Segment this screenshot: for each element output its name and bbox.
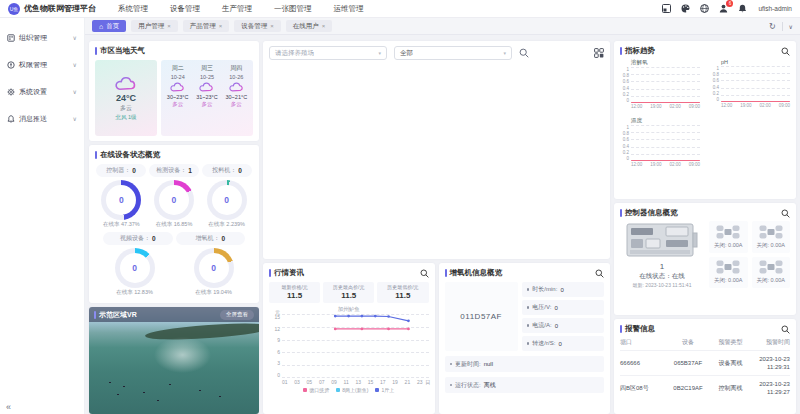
sidebar-collapse-icon[interactable]: « xyxy=(6,402,11,412)
farm-select[interactable]: 请选择养殖场 ▾ xyxy=(269,46,387,60)
top-navbar: U鱼 优鱼物联网管理平台 系统管理 设备管理 生产管理 一张图管理 运维管理 6 xyxy=(0,0,800,18)
tick-label: 0.2 xyxy=(623,92,629,97)
relay-cell[interactable]: 关闭: 0.00A xyxy=(709,221,748,253)
stat-latest-price: 最新价格/元11.5 xyxy=(269,282,320,303)
gridline xyxy=(631,81,700,82)
relay-cell[interactable]: 关闭: 0.00A xyxy=(709,257,748,289)
legend-swatch xyxy=(375,388,379,392)
bell-icon[interactable] xyxy=(737,4,747,14)
legend-item[interactable]: 8两上(新鱼) xyxy=(336,387,368,393)
mini-chart-ph: pH 10.80.60.40.20 xyxy=(710,59,790,109)
tick-label: 0 xyxy=(626,156,629,161)
search-icon[interactable] xyxy=(781,47,790,56)
gear-icon xyxy=(7,88,15,96)
language-globe-icon[interactable] xyxy=(699,4,709,14)
tick-label: 0.4 xyxy=(623,144,629,149)
message-user-icon[interactable]: 6 xyxy=(718,4,728,14)
sidebar-item-label: 消息推送 xyxy=(19,114,69,124)
menu-item-device[interactable]: 设备管理 xyxy=(170,4,200,14)
tab-home[interactable]: ⌂ 首页 xyxy=(92,20,126,32)
counter-controller: 控制器：0 xyxy=(96,164,146,177)
y-ticks: 10.80.60.40.20 xyxy=(710,66,721,102)
donut-detector: 0 在线率 16.85% xyxy=(148,180,200,228)
cell-type: 设备离线 xyxy=(712,359,749,368)
close-icon[interactable]: × xyxy=(167,23,171,29)
sidebar-item-settings[interactable]: 系统设置 ∨ xyxy=(0,78,84,105)
cell-device: 065B37AF xyxy=(664,360,712,366)
chevron-down-icon: ∨ xyxy=(73,88,77,95)
relay-cell[interactable]: 关闭: 0.00A xyxy=(752,221,791,253)
tick-label: 13 xyxy=(355,379,361,385)
menu-item-production[interactable]: 生产管理 xyxy=(222,4,252,14)
tick-label: 07 xyxy=(319,379,325,385)
app-logo[interactable]: U鱼 xyxy=(8,3,20,15)
mini-chart-title: 温度 xyxy=(631,117,700,124)
tick-label: 09 xyxy=(331,379,337,385)
cell-device: 0B2C19AF xyxy=(664,385,712,391)
column-center: 请选择养殖场 ▾ 全部 ▾ xyxy=(263,41,610,414)
menu-item-system[interactable]: 系统管理 xyxy=(118,4,148,14)
title-bar xyxy=(95,47,97,55)
theme-palette-icon[interactable] xyxy=(680,4,690,14)
donut-ring: 0 xyxy=(194,248,234,288)
vr-photo[interactable] xyxy=(89,307,259,414)
menu-item-map[interactable]: 一张图管理 xyxy=(274,4,312,14)
sidebar-item-message-push[interactable]: 消息推送 ∨ xyxy=(0,105,84,132)
aerator-device-icon xyxy=(716,260,740,274)
sidebar-item-organization[interactable]: 组织管理 ∨ xyxy=(0,24,84,51)
fullscreen-view-button[interactable]: 全屏查看 xyxy=(220,310,254,320)
logo-text: U鱼 xyxy=(10,6,19,12)
relay-status-label: 关闭: 0.00A xyxy=(714,242,742,249)
search-icon[interactable] xyxy=(781,209,790,218)
title-bar xyxy=(94,311,96,319)
aerator-device-id[interactable]: 011D57AF xyxy=(445,282,518,351)
refresh-icon[interactable]: ↻ xyxy=(769,22,776,31)
tab-device-management[interactable]: 设备管理 × xyxy=(234,20,281,32)
tick-label: 11 xyxy=(343,379,348,385)
layout-toggle-icon[interactable] xyxy=(661,4,671,14)
table-row[interactable]: 666666 065B37AF 设备离线 2023-10-2311:29:31 xyxy=(620,350,790,375)
sidebar-item-permission[interactable]: 权限管理 ∨ xyxy=(0,51,84,78)
close-icon[interactable]: × xyxy=(270,23,274,29)
center-bottom-row: 行情资讯 最新价格/元11.5 历史最高价/元11.5 历史最低价/元11.5 xyxy=(263,263,610,414)
tab-product-management[interactable]: 产品管理 × xyxy=(183,20,230,32)
bullet-dot xyxy=(527,342,530,345)
gridline xyxy=(631,139,700,140)
close-icon[interactable]: × xyxy=(219,23,223,29)
home-icon: ⌂ xyxy=(99,23,103,30)
legend-item[interactable]: 1斤上 xyxy=(375,387,394,393)
cloud-icon xyxy=(169,81,186,93)
search-icon[interactable] xyxy=(519,48,529,58)
relay-cell[interactable]: 关闭: 0.00A xyxy=(752,257,791,289)
tick-label: 12:00 xyxy=(631,104,642,109)
search-icon[interactable] xyxy=(595,269,604,278)
gridline xyxy=(631,96,700,97)
tick-label: 0.8 xyxy=(713,72,719,77)
gridline xyxy=(631,67,700,68)
tab-menu-chevron-icon[interactable]: ∨ xyxy=(789,23,793,30)
search-icon[interactable] xyxy=(420,269,429,278)
divider xyxy=(782,22,783,31)
grid-layout-icon[interactable] xyxy=(594,48,604,58)
search-icon[interactable] xyxy=(781,325,790,334)
table-row[interactable]: 四B区08号 0B2C19AF 控制离线 2023-10-2311:29:27 xyxy=(620,375,790,400)
close-icon[interactable]: × xyxy=(322,23,326,29)
legend-item[interactable]: 塘口统货 xyxy=(303,387,329,393)
mini-chart-title: 溶解氧 xyxy=(631,59,700,66)
x-ticks: 12:0019:0002:0009:00 xyxy=(631,162,700,167)
y-ticks: 10.80.60.40.20 xyxy=(620,125,631,161)
donut-ring: 0 xyxy=(101,180,141,220)
tick-label: 19:00 xyxy=(740,103,751,108)
gridline xyxy=(631,154,700,155)
tick-label: 9 xyxy=(277,337,280,343)
cloud-icon xyxy=(198,81,215,93)
scope-select[interactable]: 全部 ▾ xyxy=(394,46,512,60)
tab-label: 用户管理 xyxy=(138,22,164,31)
tab-online-users[interactable]: 在线用户 × xyxy=(286,20,333,32)
tick-label: 03 xyxy=(294,379,300,385)
current-username[interactable]: ufish-admin xyxy=(758,5,792,12)
tab-user-management[interactable]: 用户管理 × xyxy=(131,20,178,32)
tick-label: 0 xyxy=(626,98,629,103)
counter-detector: 检测设备：1 xyxy=(149,164,199,177)
menu-item-ops[interactable]: 运维管理 xyxy=(334,4,364,14)
